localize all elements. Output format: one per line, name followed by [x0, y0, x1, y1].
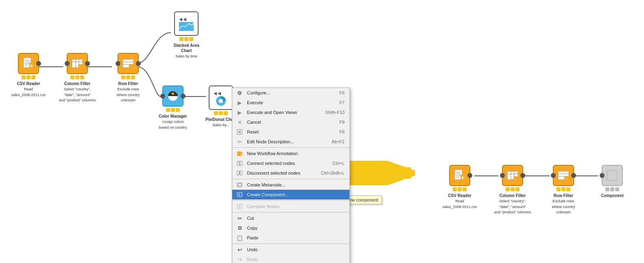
new-annotation-label: New Workflow Annotation — [247, 151, 298, 156]
menu-reset[interactable]: Reset F8 — [232, 127, 349, 137]
reset-label: Reset — [247, 129, 259, 134]
color-manager-node[interactable]: Color Manager Assign colorsbased on coun… — [157, 85, 189, 130]
menu-new-annotation[interactable]: ★ New Workflow Annotation — [232, 149, 349, 158]
context-menu[interactable]: ⚙ Configure... F6 ▶ Execute F7 ▶ Execute… — [232, 88, 350, 263]
svg-rect-50 — [237, 204, 239, 208]
paste-icon: 📋 — [236, 234, 244, 242]
component-status — [605, 187, 619, 191]
row-filter-output-port — [136, 61, 141, 66]
svg-text:▶: ▶ — [462, 175, 465, 180]
menu-paste[interactable]: 📋 Paste — [232, 233, 349, 243]
menu-edit-desc[interactable]: ✏ Edit Node Description... Alt+F2 — [232, 137, 349, 147]
menu-copy[interactable]: ⧉ Copy — [232, 223, 349, 233]
menu-configure[interactable]: ⚙ Configure... F6 — [232, 88, 349, 98]
cancel-label: Cancel — [247, 120, 261, 125]
component-icon — [606, 169, 619, 182]
svg-point-32 — [219, 99, 223, 103]
menu-connect-selected[interactable]: Connect selected nodes Ctrl+L — [232, 158, 349, 168]
cut-label: Cut — [247, 216, 254, 221]
reset-svg-icon — [237, 129, 242, 135]
edit-desc-shortcut: Alt+F2 — [332, 139, 345, 144]
svg-text:↔: ↔ — [565, 177, 569, 181]
copy-label: Copy — [247, 226, 258, 230]
separator-5 — [232, 243, 349, 244]
row-filter-icon: ↔ — [122, 57, 135, 70]
annotation-svg-icon: ★ — [237, 151, 242, 156]
color-manager-status — [166, 108, 180, 112]
column-filter-input-port — [65, 61, 70, 66]
pie-chart-icon — [212, 89, 230, 107]
stacked-area-node[interactable]: Stacked Area Chart Sales by time — [170, 11, 203, 59]
row-filter-status — [121, 75, 135, 79]
menu-cut[interactable]: ✂ Cut — [232, 213, 349, 223]
stacked-area-icon — [177, 15, 195, 33]
execute-icon: ▶ — [236, 99, 244, 107]
color-manager-box — [162, 85, 183, 107]
csv-reader-label: CSV Reader Readsales_2008-2011.csv — [10, 81, 47, 97]
row-filter-box: ↔ — [118, 53, 139, 74]
menu-create-metanode[interactable]: Create Metanode... — [232, 180, 349, 190]
workflow-canvas: ▶ CSV Reader Readsales_2008-2011.csv ↕ — [0, 0, 644, 263]
csv-reader-box: ▶ — [18, 53, 39, 74]
csv-reader-right-box: ▶ — [449, 165, 470, 186]
execute-open-shortcut: Shift+F10 — [325, 110, 345, 115]
undo-label: Undo — [247, 247, 258, 252]
disconnect-selected-shortcut: Ctrl+Shift+L — [321, 171, 345, 175]
create-metanode-label: Create Metanode... — [247, 182, 285, 187]
column-filter-node[interactable]: ↕ Column Filter Select "country","date",… — [61, 53, 94, 103]
create-metanode-icon — [236, 181, 244, 189]
row-filter-right-label: Row Filter Exclude rowswhere countryunkn… — [545, 193, 582, 215]
row-filter-node[interactable]: ↔ Row Filter Exclude rowswhere countryun… — [112, 53, 144, 103]
column-filter-right-node[interactable]: ↕ Column Filter Select "country","date",… — [496, 165, 529, 215]
svg-text:▶: ▶ — [31, 64, 33, 68]
column-filter-status — [70, 75, 84, 79]
svg-rect-51 — [240, 204, 242, 208]
component-node[interactable]: Component — [596, 165, 629, 198]
menu-redo: ↪ Redo — [232, 254, 349, 263]
connect-svg-icon — [237, 160, 242, 166]
new-annotation-icon: ★ — [236, 149, 244, 158]
menu-execute-open[interactable]: ▶ Execute and Open Views Shift+F10 — [232, 107, 349, 117]
menu-cancel[interactable]: ✕ Cancel F9 — [232, 117, 349, 127]
component-label: Component — [594, 193, 631, 198]
row-filter-right-node[interactable]: ↔ Row Filter Exclude rowswhere countryun… — [547, 165, 580, 215]
color-manager-label: Color Manager Assign colorsbased on coun… — [155, 114, 191, 130]
execute-open-label: Execute and Open Views — [247, 110, 297, 115]
csv-reader-node[interactable]: ▶ CSV Reader Readsales_2008-2011.csv — [12, 53, 45, 97]
menu-execute[interactable]: ▶ Execute F7 — [232, 98, 349, 107]
row-filter-right-icon: ↔ — [557, 169, 570, 182]
column-filter-box: ↕ — [67, 53, 88, 74]
stacked-area-status — [179, 37, 193, 41]
execute-open-icon: ▶ — [236, 108, 244, 116]
execute-shortcut: F7 — [339, 100, 345, 105]
row-filter-right-status — [557, 187, 570, 191]
connect-icon — [236, 159, 244, 167]
component-svg-icon — [237, 192, 242, 197]
separator-3 — [232, 200, 349, 201]
arrow-right — [350, 161, 415, 186]
edit-desc-icon: ✏ — [236, 138, 244, 146]
component-box — [602, 165, 623, 186]
menu-disconnect-selected[interactable]: Disconnect selected nodes Ctrl+Shift+L — [232, 168, 349, 178]
undo-icon: ↩ — [236, 245, 244, 254]
configure-shortcut: F6 — [339, 90, 345, 95]
csv-reader-right-icon: ▶ — [453, 169, 466, 182]
csv-reader-right-status — [453, 187, 467, 191]
menu-create-component[interactable]: Create Component... — [232, 190, 349, 199]
stacked-area-label: Stacked Area Chart Sales by time — [168, 43, 205, 59]
menu-undo[interactable]: ↩ Undo — [232, 245, 349, 254]
svg-rect-47 — [238, 184, 241, 186]
column-filter-right-box: ↕ — [502, 165, 523, 186]
column-filter-icon: ↕ — [71, 57, 84, 70]
redo-label: Redo — [247, 257, 258, 262]
create-component-label: Create Component... — [247, 192, 288, 197]
disconnect-icon — [236, 169, 244, 177]
color-manager-input-port — [160, 94, 165, 99]
row-filter-right-output-port — [571, 173, 576, 178]
row-filter-right-input-port — [551, 173, 556, 178]
row-filter-right-box: ↔ — [553, 165, 574, 186]
csv-reader-right-node[interactable]: ▶ CSV Reader Readsales_2008-2011.csv — [443, 165, 476, 209]
column-filter-right-input-port — [500, 173, 505, 178]
cancel-icon: ✕ — [236, 118, 244, 126]
csv-reader-right-output-port — [467, 173, 472, 178]
